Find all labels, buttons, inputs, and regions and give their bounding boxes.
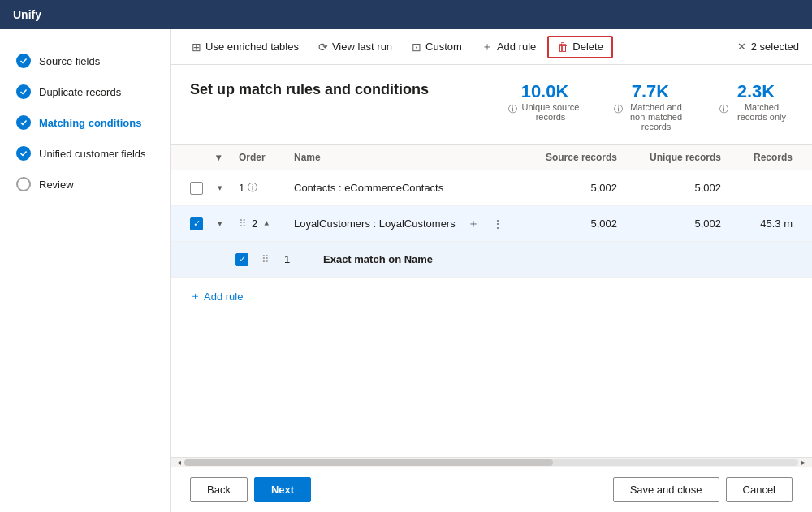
sidebar-item-matching-conditions[interactable]: Matching conditions <box>0 107 170 138</box>
row-contacts-name: Contacts : eCommerceContacts <box>294 182 443 194</box>
view-last-run-label: View last run <box>332 41 392 53</box>
custom-label: Custom <box>425 41 462 53</box>
sub-row-drag-handle: ⠿ <box>261 253 270 265</box>
scroll-indicator: ◂ ▸ <box>171 457 812 467</box>
sidebar-label-source-fields: Source fields <box>39 55 100 67</box>
add-rule-label: Add rule <box>497 41 536 53</box>
content-title-block: Set up match rules and conditions <box>190 81 492 98</box>
header-records: Records <box>728 152 793 163</box>
stat-matched-only: 2.3K ⓘ Matched records only <box>719 81 793 122</box>
view-last-run-button[interactable]: ⟳ View last run <box>310 37 400 57</box>
stat-unique-source: 10.0K ⓘ Unique source records <box>508 81 581 122</box>
header-source-records: Source records <box>520 152 617 163</box>
next-button[interactable]: Next <box>254 477 311 502</box>
add-rule-plus-icon: ＋ <box>190 289 201 303</box>
stat-matched-only-label: ⓘ Matched records only <box>719 102 793 122</box>
use-enriched-label: Use enriched tables <box>205 41 299 53</box>
delete-button[interactable]: 🗑 Delete <box>547 36 613 58</box>
use-enriched-tables-button[interactable]: ⊞ Use enriched tables <box>184 37 307 57</box>
selected-badge: ✕ 2 selected <box>737 41 799 53</box>
content-header: Set up match rules and conditions 10.0K … <box>171 65 812 145</box>
row-loyal-up[interactable]: ▾ <box>262 217 270 230</box>
app-header: Unify <box>0 0 812 29</box>
content-area: ⊞ Use enriched tables ⟳ View last run ⊡ … <box>171 29 812 512</box>
delete-icon: 🗑 <box>557 41 568 54</box>
sidebar-item-source-fields[interactable]: Source fields <box>0 45 170 76</box>
scroll-thumb[interactable] <box>184 459 553 466</box>
stat-unique-source-label: ⓘ Unique source records <box>508 102 581 122</box>
row-contacts-checkbox[interactable] <box>190 182 203 195</box>
table-row: ▾ ⠿ 2 ▾ LoyalCustomers : LoyalCustomers … <box>171 206 812 242</box>
add-rule-icon: ＋ <box>482 40 493 54</box>
row-loyal-drag-handle: ⠿ <box>239 217 247 230</box>
delete-label: Delete <box>572 41 603 53</box>
row-loyal-checkbox[interactable] <box>190 217 203 230</box>
app-title: Unify <box>13 8 41 21</box>
row-loyal-name: LoyalCustomers : LoyalCustomers <box>294 217 456 230</box>
stat-unique-source-info-icon: ⓘ <box>508 103 517 115</box>
row-contacts-info-icon: ⓘ <box>248 181 257 195</box>
scroll-track[interactable] <box>184 459 798 466</box>
sub-row-name: Exact match on Name <box>323 253 433 265</box>
table-row: ⠿ 1 Exact match on Name <box>171 242 812 278</box>
sidebar-label-unified-customer-fields: Unified customer fields <box>39 148 146 160</box>
table-area: ▾ 1 ⓘ Contacts : eCommerceContacts 5,002… <box>171 170 812 457</box>
row-loyal-expand[interactable]: ▾ <box>216 217 224 230</box>
sidebar-check-unified-customer-fields <box>16 146 31 161</box>
sidebar-check-source-fields <box>16 54 31 68</box>
stat-unique-source-value: 10.0K <box>508 81 581 102</box>
sidebar-check-matching-conditions <box>16 115 31 130</box>
scroll-right-arrow[interactable]: ▸ <box>798 458 809 467</box>
add-rule-row: ＋ Add rule <box>171 278 812 315</box>
sidebar-item-review[interactable]: Review <box>0 169 170 200</box>
header-order: Order <box>239 152 287 163</box>
custom-button[interactable]: ⊡ Custom <box>404 37 470 57</box>
back-button[interactable]: Back <box>190 477 248 502</box>
row-contacts-source: 5,002 <box>520 182 617 194</box>
sidebar-item-duplicate-records[interactable]: Duplicate records <box>0 76 170 107</box>
clear-selection-icon[interactable]: ✕ <box>737 41 746 53</box>
sub-row-order: 1 <box>284 253 290 265</box>
table-header: ▾ Order Name Source records Unique recor… <box>171 145 812 170</box>
selected-count: 2 selected <box>751 41 799 53</box>
toolbar: ⊞ Use enriched tables ⟳ View last run ⊡ … <box>171 29 812 65</box>
view-last-run-icon: ⟳ <box>318 41 328 54</box>
stat-matched-info-icon: ⓘ <box>614 103 623 115</box>
sub-row-exact-checkbox[interactable] <box>235 253 248 266</box>
sidebar-label-review: Review <box>39 179 74 191</box>
row-contacts-expand[interactable]: ▾ <box>216 181 224 195</box>
sidebar: Source fields Duplicate records Matching… <box>0 29 171 512</box>
add-rule-toolbar-button[interactable]: ＋ Add rule <box>473 37 544 58</box>
stats-group: 10.0K ⓘ Unique source records 7.7K ⓘ Mat… <box>508 81 793 131</box>
custom-icon: ⊡ <box>412 41 421 54</box>
main-content: Set up match rules and conditions 10.0K … <box>171 65 812 512</box>
footer-left: Back Next <box>190 477 311 502</box>
save-close-button[interactable]: Save and close <box>613 477 719 502</box>
sidebar-item-unified-customer-fields[interactable]: Unified customer fields <box>0 138 170 169</box>
row-loyal-add[interactable]: ＋ <box>464 215 482 233</box>
scroll-left-arrow[interactable]: ◂ <box>174 458 184 467</box>
header-chevron: ▾ <box>216 152 232 163</box>
sidebar-check-duplicate-records <box>16 84 31 99</box>
page-title: Set up match rules and conditions <box>190 81 492 98</box>
sidebar-check-review <box>16 177 31 191</box>
row-loyal-more[interactable]: ⋮ <box>489 216 507 232</box>
stat-matched-non-matched-label: ⓘ Matched and non-matched records <box>614 102 687 131</box>
row-contacts-order: 1 <box>239 182 244 194</box>
add-rule-button[interactable]: ＋ Add rule <box>190 286 243 307</box>
row-contacts-unique: 5,002 <box>624 182 721 194</box>
cancel-button[interactable]: Cancel <box>726 477 793 502</box>
row-loyal-records: 45.3 m <box>728 217 793 230</box>
stat-matched-only-value: 2.3K <box>719 81 793 102</box>
row-loyal-source: 5,002 <box>520 217 617 230</box>
stat-matched-non-matched-value: 7.7K <box>614 81 687 102</box>
sidebar-label-matching-conditions: Matching conditions <box>39 117 141 129</box>
table-row: ▾ 1 ⓘ Contacts : eCommerceContacts 5,002… <box>171 170 812 206</box>
stat-matched-only-info-icon: ⓘ <box>719 103 728 115</box>
footer-right: Save and close Cancel <box>613 477 793 502</box>
add-rule-label: Add rule <box>204 290 243 303</box>
row-loyal-unique: 5,002 <box>624 217 721 230</box>
enriched-tables-icon: ⊞ <box>192 41 201 54</box>
header-name: Name <box>294 152 513 163</box>
footer: Back Next Save and close Cancel <box>171 467 812 512</box>
